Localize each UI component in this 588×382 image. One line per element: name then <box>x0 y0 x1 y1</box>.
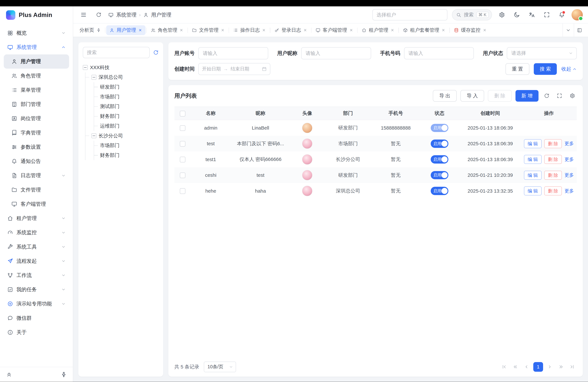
edit-button[interactable]: 编 辑 <box>524 155 542 164</box>
tree-node-leaf[interactable]: 市场部门 <box>94 141 159 150</box>
add-user-button[interactable]: 新 增 <box>515 90 539 102</box>
status-toggle[interactable]: 启用 <box>431 155 448 164</box>
language-button[interactable] <box>526 10 537 20</box>
tree-search-input[interactable] <box>83 47 150 58</box>
theme-toggle-button[interactable] <box>512 10 522 20</box>
tab-client-management[interactable]: 客户端管理 <box>312 25 357 35</box>
sidebar-item-my-tasks[interactable]: 我的任务 <box>4 282 69 297</box>
tree-node-leaf[interactable]: 财务部门 <box>94 111 159 121</box>
created-date-range[interactable]: 开始日期 → 结束日期 <box>198 63 270 75</box>
sidebar-item-menu-management[interactable]: 菜单管理 <box>4 83 69 97</box>
sidebar-collapse-button[interactable] <box>5 371 13 378</box>
edit-button[interactable]: 编 辑 <box>524 139 542 148</box>
user-avatar[interactable] <box>571 9 583 21</box>
tab-dropdown-button[interactable] <box>563 23 574 37</box>
sidebar-pin-button[interactable] <box>60 371 68 378</box>
settings-button[interactable] <box>497 10 507 20</box>
more-button[interactable]: 更多 <box>565 188 574 194</box>
close-icon[interactable] <box>303 28 307 32</box>
export-button[interactable]: 导 出 <box>433 90 457 102</box>
sidebar-item-system[interactable]: 系统管理 <box>4 40 69 54</box>
breadcrumb-level2[interactable]: 用户管理 <box>151 11 171 18</box>
sidebar-item-wechat-group[interactable]: 微信群 <box>4 311 69 325</box>
collapse-toggle-icon[interactable] <box>83 65 88 70</box>
close-icon[interactable] <box>483 28 486 32</box>
app-logo[interactable]: Plus Admin <box>0 6 73 24</box>
sidebar-item-overview[interactable]: 概览 <box>4 26 69 40</box>
sidebar-item-tenant-management[interactable]: 租户管理 <box>4 211 69 225</box>
status-toggle[interactable]: 启用 <box>431 171 448 179</box>
close-icon[interactable] <box>262 28 266 32</box>
collapse-toggle-icon[interactable] <box>91 133 96 138</box>
sidebar-item-file-management[interactable]: 文件管理 <box>4 183 69 197</box>
sidebar-item-log-management[interactable]: 日志管理 <box>4 169 69 183</box>
sidebar-item-post-management[interactable]: 岗位管理 <box>4 111 69 126</box>
sidebar-item-demo-features[interactable]: 演示站专用功能 <box>4 297 69 311</box>
tree-node-leaf[interactable]: 研发部门 <box>94 82 159 92</box>
search-button[interactable]: 搜 索 <box>534 63 557 75</box>
delete-button[interactable]: 删 除 <box>544 186 562 195</box>
tab-analysis[interactable]: 分析页 <box>76 25 104 35</box>
status-toggle[interactable]: 启用 <box>431 187 448 195</box>
sidebar-item-dept-management[interactable]: 部门管理 <box>4 97 69 111</box>
prev-pages-button[interactable] <box>511 362 520 371</box>
table-settings-button[interactable] <box>568 91 577 100</box>
phone-input[interactable] <box>404 47 474 59</box>
tab-role-management[interactable]: 角色管理 <box>147 25 187 35</box>
sidebar-item-workflow[interactable]: 工作流 <box>4 268 69 282</box>
more-button[interactable]: 更多 <box>565 172 574 178</box>
page-size-select[interactable]: 10条/页 <box>204 361 236 372</box>
tree-node-leaf[interactable]: 财务部门 <box>94 150 159 160</box>
tree-node-leaf[interactable]: 运维部门 <box>94 121 159 131</box>
tree-node-leaf[interactable]: 市场部门 <box>94 92 159 102</box>
tab-login-log[interactable]: 登录日志 <box>271 25 310 35</box>
table-fullscreen-button[interactable] <box>555 91 564 100</box>
tree-node-root[interactable]: XXX科技 <box>83 63 159 72</box>
row-checkbox[interactable] <box>180 188 185 194</box>
breadcrumb-level1[interactable]: 系统管理 <box>116 11 137 18</box>
tab-user-management[interactable]: 用户管理 <box>106 25 146 35</box>
sidebar-item-system-monitor[interactable]: 系统监控 <box>4 226 69 240</box>
last-page-button[interactable] <box>568 362 577 371</box>
edit-button[interactable]: 编 辑 <box>524 186 542 195</box>
current-page-button[interactable]: 1 <box>533 362 543 372</box>
row-checkbox[interactable] <box>180 172 185 178</box>
next-page-button[interactable] <box>545 362 554 371</box>
collapse-filters-link[interactable]: 收起 <box>561 66 577 72</box>
sidebar-item-role-management[interactable]: 角色管理 <box>4 69 69 83</box>
fullscreen-button[interactable] <box>542 10 552 20</box>
status-select[interactable]: 请选择 <box>507 47 577 59</box>
notifications-button[interactable] <box>556 10 567 20</box>
more-button[interactable]: 更多 <box>565 156 574 163</box>
pin-icon[interactable] <box>96 28 101 33</box>
refresh-page-button[interactable] <box>93 10 104 20</box>
tab-tenant-management[interactable]: 租户管理 <box>358 25 398 35</box>
tab-tenant-package[interactable]: 租户套餐管理 <box>399 25 449 35</box>
tree-node-branch[interactable]: 深圳总公司 <box>85 72 159 82</box>
sidebar-item-dict-management[interactable]: 字典管理 <box>4 126 69 140</box>
table-refresh-button[interactable] <box>542 91 551 100</box>
sidebar-item-user-management[interactable]: 用户管理 <box>4 54 69 69</box>
sidebar-item-param-settings[interactable]: 参数设置 <box>4 140 69 154</box>
next-pages-button[interactable] <box>556 362 566 371</box>
global-search[interactable]: 搜索 ⌘ K <box>452 9 492 21</box>
tree-node-leaf[interactable]: 测试部门 <box>94 102 159 111</box>
delete-button[interactable]: 删 除 <box>544 155 562 164</box>
delete-button[interactable]: 删 除 <box>544 139 562 148</box>
edit-button[interactable]: 编 辑 <box>524 171 542 180</box>
close-icon[interactable] <box>391 28 394 32</box>
delete-button[interactable]: 删 除 <box>544 171 562 180</box>
nickname-input[interactable] <box>301 47 371 59</box>
tab-layout-button[interactable] <box>574 23 585 37</box>
account-input[interactable] <box>198 47 268 59</box>
row-checkbox[interactable] <box>180 125 185 131</box>
tree-node-branch[interactable]: 长沙分公司 <box>85 131 159 141</box>
sidebar-item-flow-start[interactable]: 流程发起 <box>4 254 69 268</box>
row-checkbox[interactable] <box>180 157 185 162</box>
collapse-toggle-icon[interactable] <box>91 75 96 80</box>
close-icon[interactable] <box>441 28 445 32</box>
sidebar-item-system-tools[interactable]: 系统工具 <box>4 240 69 254</box>
select-all-checkbox[interactable] <box>180 111 185 116</box>
sidebar-item-client-management[interactable]: 客户端管理 <box>4 197 69 211</box>
close-icon[interactable] <box>180 28 183 32</box>
